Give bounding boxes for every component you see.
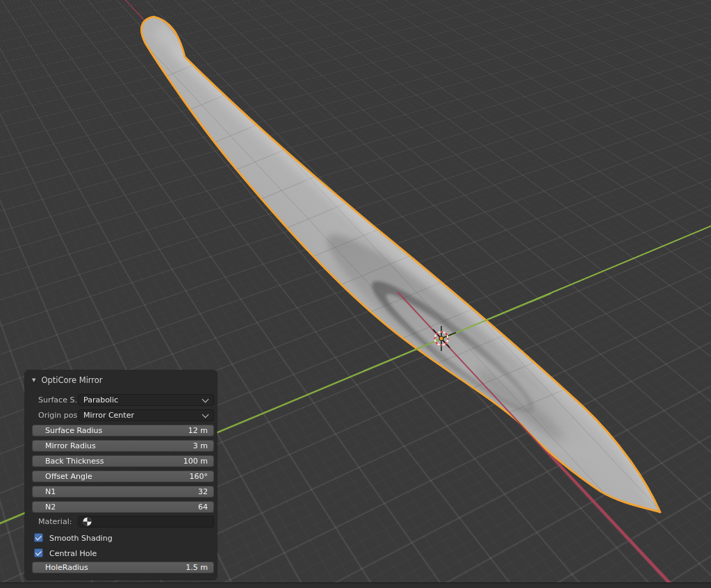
surface-shape-label: Surface S.. <box>38 394 79 406</box>
slider-label: Back Thickness <box>45 457 104 466</box>
slider-value: 64 <box>198 503 208 512</box>
slider-label: N1 <box>45 487 56 496</box>
editor-divider[interactable] <box>0 582 711 588</box>
slider-value: 32 <box>198 487 208 496</box>
blender-window: ▼ OptiCore Mirror Surface S.. Parabolic … <box>0 0 711 588</box>
offset-angle-slider[interactable]: Offset Angle 160° <box>32 471 214 482</box>
panel-title: OptiCore Mirror <box>41 375 102 385</box>
central-hole-label: Central Hole <box>49 548 97 559</box>
surface-radius-slider[interactable]: Surface Radius 12 m <box>32 425 214 436</box>
n2-slider[interactable]: N2 64 <box>32 501 214 513</box>
slider-value: 12 m <box>188 426 208 435</box>
check-icon <box>35 534 41 540</box>
central-hole-checkbox[interactable] <box>34 548 43 557</box>
material-label: Material: <box>38 516 72 528</box>
slider-value: 3 m <box>193 441 208 450</box>
origin-position-row: Origin pos.. Mirror Center <box>25 409 217 421</box>
slider-label: HoleRadius <box>45 563 88 572</box>
surface-shape-row: Surface S.. Parabolic <box>25 394 217 406</box>
slider-label: Mirror Radius <box>45 441 96 450</box>
slider-value: 1.5 m <box>186 563 208 572</box>
origin-position-dropdown[interactable]: Mirror Center <box>78 409 214 421</box>
check-icon <box>35 549 41 555</box>
n1-slider[interactable]: N1 32 <box>32 486 214 498</box>
smooth-shading-checkbox[interactable] <box>34 533 43 542</box>
slider-label: N2 <box>45 503 56 512</box>
slider-value: 100 m <box>183 457 208 466</box>
chevron-down-icon <box>202 395 209 402</box>
smooth-shading-row: Smooth Shading <box>25 532 217 544</box>
surface-shape-dropdown[interactable]: Parabolic <box>78 394 214 406</box>
operator-panel-opticore-mirror: ▼ OptiCore Mirror Surface S.. Parabolic … <box>25 370 217 580</box>
slider-value: 160° <box>190 472 209 481</box>
collapse-arrow-icon: ▼ <box>32 378 35 383</box>
chevron-down-icon <box>202 411 209 418</box>
smooth-shading-label: Smooth Shading <box>49 533 113 544</box>
mirror-radius-slider[interactable]: Mirror Radius 3 m <box>32 440 214 452</box>
origin-position-value: Mirror Center <box>83 411 134 420</box>
material-field[interactable] <box>78 516 214 528</box>
slider-label: Surface Radius <box>45 426 102 435</box>
back-thickness-slider[interactable]: Back Thickness 100 m <box>32 455 214 467</box>
material-sphere-icon <box>83 517 92 526</box>
central-hole-row: Central Hole <box>25 548 217 560</box>
surface-shape-value: Parabolic <box>83 395 118 405</box>
hole-radius-slider[interactable]: HoleRadius 1.5 m <box>32 562 214 573</box>
slider-label: Offset Angle <box>45 472 92 481</box>
panel-header[interactable]: ▼ OptiCore Mirror <box>32 375 103 385</box>
origin-position-label: Origin pos.. <box>38 409 82 421</box>
material-row: Material: <box>25 516 217 528</box>
